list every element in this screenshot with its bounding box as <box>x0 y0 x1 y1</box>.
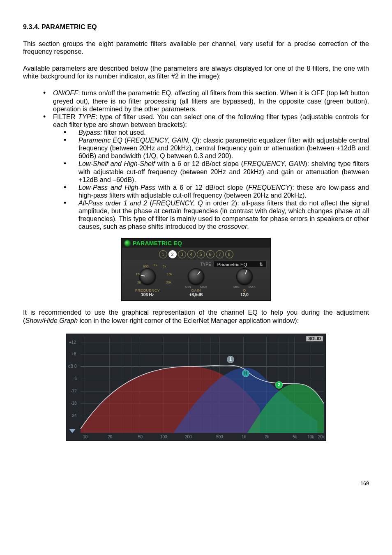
frequency-label: FREQUENCY <box>125 288 170 292</box>
collapse-triangle-icon[interactable] <box>69 429 76 433</box>
sub-bypass: Bypass: filter not used. <box>64 129 369 136</box>
type-row: TYPE Parametric EQ ⇅ <box>201 261 267 268</box>
filter-marker-2[interactable]: 2 <box>275 381 283 389</box>
filter-7-button[interactable]: 7 <box>216 250 224 258</box>
filter-type-label: TYPE <box>78 113 95 120</box>
filter-5-button[interactable]: 5 <box>197 250 205 258</box>
onoff-label: ON/OFF <box>53 89 78 97</box>
parametric-text: ): classic parametric equalizer filter w… <box>78 136 369 159</box>
filter-8-button[interactable]: 8 <box>225 250 233 258</box>
gain-label: GAIN <box>174 288 218 292</box>
type-label: TYPE <box>201 262 211 267</box>
filter-3-button[interactable]: 3 <box>178 250 186 258</box>
graph-paragraph: It is recommended to use the graphical r… <box>23 309 369 324</box>
sub-parametric: Parametric EQ (FREQUENCY, GAIN, Q): clas… <box>64 136 369 160</box>
parametric-eq-figure: PARAMETRIC EQ 1 2 3 4 5 6 7 8 TYPE Param… <box>23 238 369 301</box>
dropdown-arrows-icon: ⇅ <box>259 262 263 267</box>
allpass-label: All-Pass order 1 and 2 <box>78 199 147 207</box>
sub-allpass: All-Pass order 1 and 2 (FREQUENCY, Q in … <box>64 199 369 230</box>
eq-graph[interactable]: SOLID +12 +6 dB 0 -6 -12 -18 -24 10 20 5… <box>66 334 326 441</box>
type-value: Parametric EQ <box>217 262 247 267</box>
allpass-tail: crossover <box>218 223 247 230</box>
panel-titlebar: PARAMETRIC EQ <box>122 239 270 248</box>
on-led-icon[interactable] <box>125 240 130 246</box>
freq-tick-600: 600 <box>143 265 148 268</box>
panel-title: PARAMETRIC EQ <box>133 240 182 246</box>
allpass-args: FREQUENCY, Q <box>152 199 203 207</box>
freq-tick-10k: 10k <box>167 272 172 276</box>
allpass-dot: . <box>247 223 249 230</box>
sub-pass: Low-Pass and High-Pass with a 6 or 12 dB… <box>64 184 369 199</box>
onoff-text: : turns on/off the parametric EQ, affect… <box>53 89 369 112</box>
frequency-value: 106 Hz <box>125 292 170 297</box>
freq-tick-20: 20 <box>137 281 141 284</box>
shelf-mid: with a 6 or 12 dB/oct slope ( <box>155 160 243 167</box>
gain-value: +8,5dB <box>174 292 218 297</box>
bypass-text: filter not used. <box>102 129 146 136</box>
type-select[interactable]: Parametric EQ ⇅ <box>214 261 267 268</box>
parametric-label: Parametric EQ <box>78 136 122 144</box>
gain-max: MAX <box>200 285 207 289</box>
parametric-args: FREQUENCY, GAIN, Q <box>127 136 197 144</box>
q-max: MAX <box>249 285 256 289</box>
eq-graph-figure: SOLID +12 +6 dB 0 -6 -12 -18 -24 10 20 5… <box>23 334 369 441</box>
bypass-label: Bypass: <box>78 129 102 136</box>
shelf-label: Low-Shelf and High-Shelf <box>78 160 155 167</box>
intro-paragraph-2: Available parameters are described below… <box>23 64 369 80</box>
filter-6-button[interactable]: 6 <box>206 250 214 258</box>
filter-marker-h[interactable]: H <box>242 370 249 377</box>
filter-prefix: FILTER <box>53 113 78 120</box>
gain-min: MIN <box>185 285 191 289</box>
filter-marker-1[interactable]: 1 <box>227 356 234 363</box>
freq-tick-2k: 2k <box>154 263 157 267</box>
frequency-knob[interactable] <box>139 268 156 285</box>
q-label: Q <box>222 288 267 292</box>
page-number: 169 <box>23 481 369 486</box>
eq-curves <box>67 334 325 440</box>
pass-mid: with a 6 or 12 dB/oct slope ( <box>155 184 248 191</box>
filter-4-button[interactable]: 4 <box>187 250 196 258</box>
q-value: 12,0 <box>222 292 267 297</box>
freq-tick-20k: 20k <box>166 281 171 284</box>
section-heading: 9.3.4. PARAMETRIC EQ <box>23 23 369 31</box>
filter-selector-row: 1 2 3 4 5 6 7 8 <box>122 248 270 260</box>
pass-args: FREQUENCY <box>248 184 290 191</box>
intro-paragraph-1: This section groups the eight parametric… <box>23 40 369 55</box>
filter-type-text: : type of filter used. You can select on… <box>53 113 369 128</box>
bullet-onoff: ON/OFF: turns on/off the parametric EQ, … <box>43 89 369 113</box>
bullet-filter-type: FILTER TYPE: type of filter used. You ca… <box>43 113 369 231</box>
freq-tick-5k: 5k <box>163 265 166 268</box>
shelf-args: FREQUENCY, GAIN <box>243 160 305 167</box>
filter-2-button[interactable]: 2 <box>168 250 177 258</box>
filter-1-button[interactable]: 1 <box>159 250 167 258</box>
para3-i: Show/Hide Graph <box>25 317 78 324</box>
q-min: MIN <box>233 285 240 289</box>
sub-shelf: Low-Shelf and High-Shelf with a 6 or 12 … <box>64 160 369 183</box>
allpass-mid: ( <box>147 199 152 207</box>
parametric-eq-panel: PARAMETRIC EQ 1 2 3 4 5 6 7 8 TYPE Param… <box>121 238 271 301</box>
para3-b: icon in the lower right corner of the Ec… <box>78 317 299 324</box>
pass-label: Low-Pass and High-Pass <box>78 184 155 191</box>
